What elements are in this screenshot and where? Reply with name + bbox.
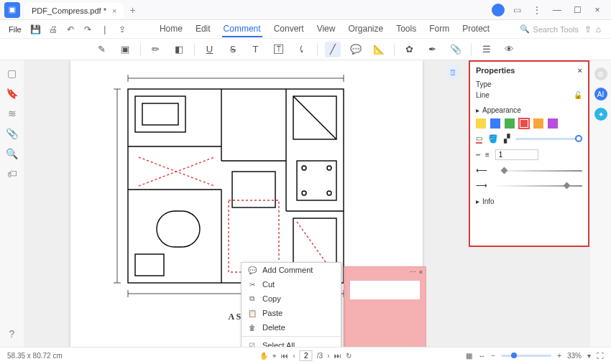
fill-color-icon[interactable]: 🪣	[488, 134, 498, 144]
end-size-slider[interactable]	[493, 185, 582, 187]
window-close-button[interactable]: ×	[589, 2, 605, 18]
callout-tool-icon[interactable]: ⤹	[294, 42, 310, 57]
opacity-slider[interactable]	[515, 138, 582, 140]
first-page-icon[interactable]: ⏮	[281, 352, 288, 360]
sticky-close-icon[interactable]: ×	[419, 269, 423, 276]
tab-protect[interactable]: Protect	[461, 22, 491, 37]
stroke-color-icon[interactable]: ▭	[476, 134, 482, 144]
search-panel-icon[interactable]: 🔍	[6, 148, 18, 159]
select-tool-icon[interactable]: ⌖	[272, 352, 277, 360]
last-page-icon[interactable]: ⏭	[334, 352, 341, 360]
prop-swatch-green[interactable]	[505, 118, 515, 129]
upload-icon[interactable]: ⇧	[584, 24, 592, 34]
ai-tool-1-icon[interactable]: AI	[594, 88, 607, 101]
info-section[interactable]: ▸ Info	[476, 197, 582, 205]
measure-tool-icon[interactable]: 📐	[371, 42, 387, 57]
tab-tools[interactable]: Tools	[395, 22, 418, 37]
window-maximize-button[interactable]: ☐	[569, 2, 585, 18]
stamp-tool-icon[interactable]: ✿	[402, 42, 418, 57]
home-icon[interactable]: ⌂	[596, 24, 601, 34]
thickness-icon[interactable]: ≡	[485, 151, 490, 159]
tab-home[interactable]: Home	[158, 22, 184, 37]
hand-tool-icon[interactable]: ✋	[259, 352, 268, 360]
prev-page-icon[interactable]: ‹	[293, 352, 295, 360]
document-viewport[interactable]: ⍰	[24, 60, 611, 347]
prop-swatch-purple[interactable]	[548, 118, 558, 129]
user-avatar-icon[interactable]	[492, 4, 505, 17]
thumbnails-icon[interactable]: ▢	[7, 67, 17, 79]
prop-swatch-yellow[interactable]	[476, 118, 486, 129]
ai-assistant-badge[interactable]: ⍰	[446, 65, 460, 79]
ai-tool-2-icon[interactable]: ✦	[594, 108, 607, 121]
underline-tool-icon[interactable]: U	[202, 42, 218, 57]
prop-swatch-orange[interactable]	[533, 118, 543, 129]
start-arrow-icon[interactable]: ⟵	[476, 166, 487, 175]
more-menu-icon[interactable]: ⋮	[529, 2, 545, 18]
tab-edit[interactable]: Edit	[194, 22, 212, 37]
tab-view[interactable]: View	[316, 22, 337, 37]
ctx-select-all[interactable]: ☑Select All	[242, 338, 341, 347]
zoom-slider[interactable]	[501, 355, 551, 357]
sticky-note[interactable]: ⋯ ×	[344, 266, 426, 347]
thickness-input[interactable]	[495, 149, 538, 160]
print-icon[interactable]: 🖨	[46, 22, 60, 37]
prop-swatch-red[interactable]	[519, 118, 529, 129]
line-style-icon[interactable]: ┉	[476, 151, 479, 159]
window-minimize-button[interactable]: —	[549, 2, 565, 18]
ctx-paste[interactable]: 📋Paste	[242, 306, 341, 320]
line-tool-icon[interactable]: ╱	[325, 42, 341, 57]
properties-close-icon[interactable]: ×	[578, 66, 582, 75]
prop-swatch-blue[interactable]	[490, 118, 500, 129]
file-menu-button[interactable]: File	[4, 24, 26, 35]
area-highlight-icon[interactable]: ▣	[117, 42, 133, 57]
start-size-slider[interactable]	[493, 170, 582, 172]
next-page-icon[interactable]: ›	[327, 352, 329, 360]
attachments-icon[interactable]: 📎	[6, 128, 18, 139]
zoom-out-icon[interactable]: −	[491, 352, 495, 360]
zoom-in-icon[interactable]: +	[557, 352, 561, 360]
ctx-add-comment[interactable]: 💬Add Comment	[242, 263, 341, 277]
strikethrough-tool-icon[interactable]: S̶	[225, 42, 241, 57]
new-tab-button[interactable]: +	[129, 4, 135, 16]
comments-list-icon[interactable]: ☰	[479, 42, 495, 57]
ctx-copy[interactable]: ⧉Copy	[242, 291, 341, 306]
panel-toggle-icon[interactable]: ▭	[509, 2, 525, 18]
fit-width-icon[interactable]: ↔	[478, 352, 485, 360]
view-mode-icon[interactable]: ▦	[466, 352, 472, 360]
zoom-dropdown-icon[interactable]: ▾	[587, 352, 591, 360]
attachment-tool-icon[interactable]: 📎	[448, 42, 464, 57]
help-icon[interactable]: ?	[9, 328, 15, 340]
sticky-textarea[interactable]	[350, 281, 420, 299]
appearance-section[interactable]: ▸ Appearance	[476, 106, 582, 114]
reflow-icon[interactable]: ↻	[346, 352, 352, 360]
save-icon[interactable]: 💾	[29, 22, 43, 37]
end-arrow-icon[interactable]: ⟶	[476, 181, 487, 190]
document-tab[interactable]: PDF_Compress.pdf * ×	[24, 3, 124, 19]
eraser-tool-icon[interactable]: ◧	[171, 42, 187, 57]
text-tool-icon[interactable]: T	[248, 42, 264, 57]
tab-form[interactable]: Form	[428, 22, 451, 37]
tab-convert[interactable]: Convert	[272, 22, 306, 37]
lock-icon[interactable]: 🔓	[574, 91, 582, 99]
layers-icon[interactable]: ≋	[8, 108, 17, 119]
tab-organize[interactable]: Organize	[346, 22, 385, 37]
hide-comments-icon[interactable]: 👁	[502, 42, 518, 57]
tags-icon[interactable]: 🏷	[7, 168, 17, 179]
search-tools[interactable]: 🔍 Search Tools	[520, 24, 584, 34]
page-number-input[interactable]	[300, 350, 313, 361]
undo-icon[interactable]: ↶	[63, 22, 78, 37]
tab-close-icon[interactable]: ×	[112, 6, 116, 15]
sticky-menu-icon[interactable]: ⋯	[410, 269, 416, 276]
note-tool-icon[interactable]: 💬	[348, 42, 364, 57]
panel-toggle-icon[interactable]: ⚙	[594, 67, 607, 80]
fullscreen-icon[interactable]: ⛶	[597, 352, 604, 360]
redo-icon[interactable]: ↷	[81, 22, 95, 37]
textbox-tool-icon[interactable]: 🅃	[271, 42, 287, 57]
bookmarks-icon[interactable]: 🔖	[6, 88, 18, 99]
signature-tool-icon[interactable]: ✒	[425, 42, 441, 57]
pattern-icon[interactable]: ▞	[504, 134, 510, 144]
pencil-tool-icon[interactable]: ✏	[148, 42, 164, 57]
highlight-tool-icon[interactable]: ✎	[94, 42, 110, 57]
ctx-cut[interactable]: ✂Cut	[242, 277, 341, 291]
tab-comment[interactable]: Comment	[222, 22, 262, 37]
